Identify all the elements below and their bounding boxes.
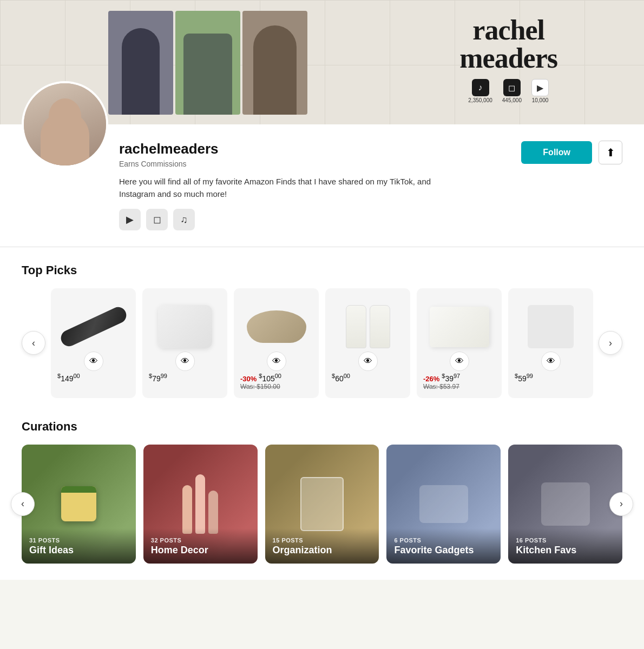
curation-overlay-decor: 32 POSTS Home Decor [143,528,258,564]
pillow-image [158,305,212,348]
youtube-count: 10,000 [532,97,549,103]
product-eye-button[interactable]: 👁 [358,352,378,371]
profile-earns-label: Earns Commissions [119,160,219,168]
product-price-pan: -30% $10500 [240,373,312,383]
instagram-count: 445,000 [502,97,522,103]
avatar [22,81,108,168]
kitchen-image [541,482,590,526]
product-eye-button[interactable]: 👁 [450,352,469,371]
gadget-image [419,485,468,523]
tiktok-social-button[interactable]: ♫ [173,209,195,230]
pan-image [247,310,306,343]
instagram-icon: ◻ [503,79,521,96]
banner-photo-2 [175,11,240,115]
curation-name-decor: Home Decor [151,545,250,556]
bottle-1 [346,305,366,348]
product-image-bottles [332,297,404,356]
curations-carousel: ‹ 31 POSTS Gift Ideas [22,445,622,564]
follow-button[interactable]: Follow [521,141,592,164]
org-rack-image [300,477,344,531]
banner-stat-tiktok: ♪ 2,350,000 [468,79,492,103]
gift-jar-image [61,486,96,521]
profile-content: rachelmeaders Earns Commissions Follow ⬆… [119,135,622,230]
curation-card-gadgets[interactable]: 6 POSTS Favorite Gadgets [386,445,501,564]
curations-grid: 31 POSTS Gift Ideas 32 [22,445,622,564]
product-image-pillow [149,297,221,356]
profile-bio: Here you will find all of my favorite Am… [119,176,433,200]
product-price-walker: $5999 [515,373,587,383]
top-picks-title: Top Picks [22,263,622,277]
banner-brand: rachel meaders ♪ 2,350,000 ◻ 445,000 ▶ 1… [459,16,557,103]
product-image-sheets [423,297,495,356]
product-card-walker: 👁 $5999 [508,288,593,398]
curation-overlay-kitchen: 16 POSTS Kitchen Favs [508,528,622,564]
product-eye-button[interactable]: 👁 [267,352,286,371]
walker-image [528,305,574,348]
instagram-social-button[interactable]: ◻ [146,209,168,230]
product-price-sheets: -26% $3997 [423,373,495,383]
brand-name: rachel meaders [459,16,557,72]
product-card-pillow: 👁 $7999 [142,288,227,398]
profile-username: rachelmeaders [119,141,219,157]
candle-3 [208,491,218,534]
curations-next-button[interactable]: › [609,492,633,516]
curation-card-decor[interactable]: 32 POSTS Home Decor [143,445,258,564]
profile-socials: ▶ ◻ ♫ [119,209,622,230]
product-image-curler [57,297,129,356]
curation-posts-decor: 32 POSTS [151,537,250,544]
banner-stat-instagram: ◻ 445,000 [502,79,522,103]
curation-posts-org: 15 POSTS [273,537,372,544]
curation-overlay-gadgets: 6 POSTS Favorite Gadgets [386,528,501,564]
product-price-pillow: $7999 [149,373,221,383]
tiktok-count: 2,350,000 [468,97,492,103]
product-was-sheets: Was: $53.97 [423,383,495,390]
top-picks-section: Top Picks ‹ 👁 $14900 [22,263,622,398]
banner-photo-1 [108,11,173,115]
share-icon: ⬆ [606,146,615,159]
product-card-sheets: 👁 -26% $3997 Was: $53.97 [417,288,502,398]
banner-stat-youtube: ▶ 10,000 [531,79,549,103]
youtube-icon: ▶ [531,79,549,96]
curations-prev-button[interactable]: ‹ [11,492,35,516]
curler-image [58,304,128,349]
profile-actions: Follow ⬆ [521,141,622,164]
profile-header: rachelmeaders Earns Commissions Follow ⬆ [119,141,622,168]
curations-title: Curations [22,420,622,434]
bottle-2 [370,305,390,348]
curation-card-gift[interactable]: 31 POSTS Gift Ideas [22,445,136,564]
candle-1 [182,485,192,534]
main-content: Top Picks ‹ 👁 $14900 [0,247,644,580]
youtube-social-button[interactable]: ▶ [119,209,141,230]
curation-posts-gadgets: 6 POSTS [394,537,493,544]
curation-name-gift: Gift Ideas [29,545,128,556]
curations-section: Curations ‹ 31 POSTS G [22,420,622,564]
product-eye-button[interactable]: 👁 [541,352,561,371]
product-image-walker [515,297,587,356]
bottles-image [346,305,390,348]
curation-name-kitchen: Kitchen Favs [516,545,615,556]
tiktok-icon: ♪ [472,79,489,96]
curation-posts-gift: 31 POSTS [29,537,128,544]
curation-card-org[interactable]: 15 POSTS Organization [265,445,379,564]
curation-name-gadgets: Favorite Gadgets [394,545,493,556]
curation-name-org: Organization [273,545,372,556]
product-card-bottles: 👁 $6000 [325,288,410,398]
curation-overlay-gift: 31 POSTS Gift Ideas [22,528,136,564]
products-prev-button[interactable]: ‹ [22,331,45,355]
avatar-image [24,83,106,165]
profile-section: rachelmeaders Earns Commissions Follow ⬆… [0,124,644,247]
profile-info: rachelmeaders Earns Commissions [119,141,219,168]
candle-2 [195,474,205,534]
products-next-button[interactable]: › [599,331,622,355]
curation-card-kitchen[interactable]: 16 POSTS Kitchen Favs [508,445,622,564]
curation-posts-kitchen: 16 POSTS [516,537,615,544]
product-eye-button[interactable]: 👁 [175,352,195,371]
candles-image [182,474,218,534]
product-image-pan [240,297,312,356]
product-eye-button[interactable]: 👁 [84,352,103,371]
share-button[interactable]: ⬆ [599,141,622,164]
products-carousel: ‹ 👁 $14900 👁 [22,288,622,398]
product-price-curler: $14900 [57,373,129,383]
products-grid: 👁 $14900 👁 $7999 [51,288,593,398]
sheets-image [430,307,489,347]
